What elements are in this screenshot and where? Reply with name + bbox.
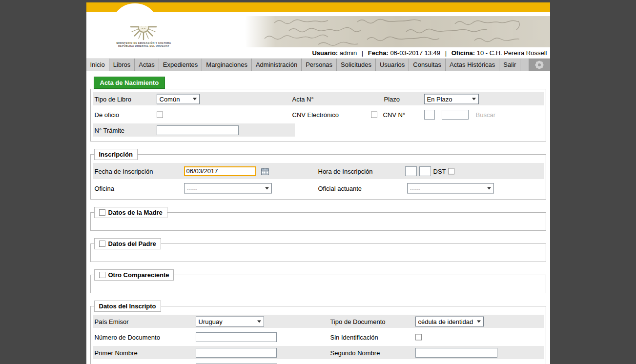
cnv-electronico-label: CNV Electrónico xyxy=(292,111,339,118)
de-oficio-checkbox[interactable] xyxy=(157,111,163,118)
numero-documento-label: Número de Documento xyxy=(95,333,160,341)
nav-tab-actas-historicas[interactable]: Actas Históricas xyxy=(446,59,499,71)
acta-numero-label: Acta N° xyxy=(292,95,314,102)
main-nav: InicioLibrosActasExpedientesMarginacione… xyxy=(86,58,550,71)
chevron-down-icon xyxy=(257,320,261,323)
nav-tab-administracion[interactable]: Administración xyxy=(252,59,302,71)
nav-tab-salir[interactable]: Salir xyxy=(499,59,520,71)
hora-input[interactable] xyxy=(405,166,417,176)
tipo-documento-label: Tipo de Documento xyxy=(330,318,386,325)
nav-tab-expedientes[interactable]: Expedientes xyxy=(159,59,203,71)
chevron-down-icon xyxy=(472,98,476,100)
nav-settings-button[interactable] xyxy=(529,59,550,71)
form-row: Otros Nombres xyxy=(93,362,544,364)
main-content: Acta de Nacimiento Tipo de Libro Común A… xyxy=(86,71,550,364)
separator: | xyxy=(362,49,363,57)
hora-inscripcion-label: Hora de Inscripción xyxy=(318,167,373,175)
cnv-electronico-checkbox[interactable] xyxy=(371,111,377,118)
sin-identificacion-checkbox[interactable] xyxy=(415,334,422,340)
padre-checkbox[interactable] xyxy=(99,241,105,247)
dst-label: DST xyxy=(433,167,446,175)
nav-tab-libros[interactable]: Libros xyxy=(109,59,135,71)
inscripto-legend: Datos del Inscripto xyxy=(94,301,161,312)
otro-compareciente-checkbox[interactable] xyxy=(99,272,105,278)
tipo-documento-select[interactable]: cédula de identidad xyxy=(415,316,484,326)
sin-identificacion-label: Sin Identificación xyxy=(330,333,378,341)
fecha-inscripcion-label: Fecha de Inscripción xyxy=(95,167,153,175)
separator: | xyxy=(445,49,447,57)
plazo-select[interactable]: En Plazo xyxy=(424,94,479,104)
chevron-down-icon xyxy=(193,98,197,100)
otro-compareciente-legend: Otro Compareciente xyxy=(94,269,174,281)
inscripcion-section: Inscripción Fecha de Inscripción Hora de… xyxy=(90,149,546,200)
numero-documento-input[interactable] xyxy=(196,332,277,342)
oficina-select[interactable]: ----- xyxy=(184,183,272,193)
buscar-button[interactable]: Buscar xyxy=(476,111,495,118)
top-gold-bar xyxy=(86,2,550,12)
handwriting-decoration xyxy=(245,16,550,47)
oficial-actuante-label: Oficial actuante xyxy=(318,184,362,192)
user-label: Usuario: xyxy=(312,49,338,57)
segundo-nombre-input[interactable] xyxy=(415,348,497,358)
de-oficio-label: De oficio xyxy=(95,111,120,118)
form-row: Número de Documento Sin Identificación xyxy=(93,330,544,344)
inscripto-section: Datos del Inscripto País Emisor Uruguay … xyxy=(90,301,546,364)
cnv-digit-input[interactable] xyxy=(424,110,435,120)
padre-legend: Datos del Padre xyxy=(94,238,161,249)
country-name: REPÚBLICA ORIENTAL DEL URUGUAY xyxy=(105,44,183,47)
form-row: Primer Nombre Segundo Nombre xyxy=(93,346,544,359)
nav-tab-inicio[interactable]: Inicio xyxy=(86,59,109,71)
segundo-nombre-label: Segundo Nombre xyxy=(330,349,380,356)
otro-compareciente-empty-area xyxy=(93,283,544,288)
chevron-down-icon xyxy=(477,320,481,323)
plazo-label: Plazo xyxy=(384,95,400,102)
nav-tab-actas[interactable]: Actas xyxy=(135,59,159,71)
acta-general-section: Tipo de Libro Común Acta N° Plazo En Pla… xyxy=(90,89,546,142)
pais-emisor-select[interactable]: Uruguay xyxy=(196,316,264,326)
nav-tab-usuarios[interactable]: Usuarios xyxy=(376,59,409,71)
nav-tab-consultas[interactable]: Consultas xyxy=(409,59,446,71)
dst-checkbox[interactable] xyxy=(448,168,454,174)
session-info-bar: Usuario: admin | Fecha: 06-03-2017 13:49… xyxy=(86,47,550,58)
form-row: País Emisor Uruguay Tipo de Documento cé… xyxy=(93,315,544,328)
oficina-label: Oficina xyxy=(95,184,114,192)
primer-nombre-input[interactable] xyxy=(196,348,277,358)
flower-icon xyxy=(534,60,544,70)
oficial-actuante-select[interactable]: ----- xyxy=(407,183,494,193)
tramite-input[interactable] xyxy=(157,125,239,135)
form-row: Oficina ----- Oficial actuante ----- xyxy=(93,182,544,195)
manuscript-image xyxy=(245,16,550,47)
form-row: Tipo de Libro Común Acta N° Plazo En Pla… xyxy=(93,92,544,105)
tipo-libro-select[interactable]: Común xyxy=(157,94,200,104)
minutos-input[interactable] xyxy=(419,166,431,176)
cnv-numero-input[interactable] xyxy=(442,110,469,120)
calendar-icon[interactable] xyxy=(261,167,269,175)
tipo-libro-label: Tipo de Libro xyxy=(95,95,131,102)
padre-empty-area xyxy=(93,252,544,257)
madre-section: Datos de la Madre xyxy=(90,207,546,231)
nav-tab-solicitudes[interactable]: Solicitudes xyxy=(337,59,376,71)
app-window: MINISTERIO DE EDUCACIÓN Y CULTURA REPÚBL… xyxy=(86,0,550,364)
chevron-down-icon xyxy=(265,187,269,189)
nav-tab-marginaciones[interactable]: Marginaciones xyxy=(202,59,252,71)
form-row: Fecha de Inscripción Hora de Inscripción… xyxy=(93,163,544,179)
fecha-inscripcion-input[interactable] xyxy=(184,166,256,176)
madre-empty-area xyxy=(93,221,544,226)
office-value: 10 - C.H. Pereira Rossell xyxy=(477,49,547,57)
tramite-label: N° Trámite xyxy=(95,126,125,134)
madre-checkbox[interactable] xyxy=(99,209,105,216)
madre-legend: Datos de la Madre xyxy=(94,207,167,218)
pais-emisor-label: País Emisor xyxy=(95,318,129,325)
page-title: Acta de Nacimiento xyxy=(94,77,165,89)
padre-section: Datos del Padre xyxy=(90,238,546,262)
office-label: Oficina: xyxy=(451,49,475,57)
chevron-down-icon xyxy=(487,187,491,189)
form-row: N° Trámite xyxy=(93,123,295,137)
cnv-numero-label: CNV N° xyxy=(383,111,406,118)
form-row: De oficio CNV Electrónico CNV N° Buscar xyxy=(93,108,544,121)
nav-tab-personas[interactable]: Personas xyxy=(302,59,337,71)
date-value: 06-03-2017 13:49 xyxy=(390,49,440,57)
user-value: admin xyxy=(340,49,357,57)
primer-nombre-label: Primer Nombre xyxy=(95,349,138,356)
otro-compareciente-section: Otro Compareciente xyxy=(90,269,546,293)
